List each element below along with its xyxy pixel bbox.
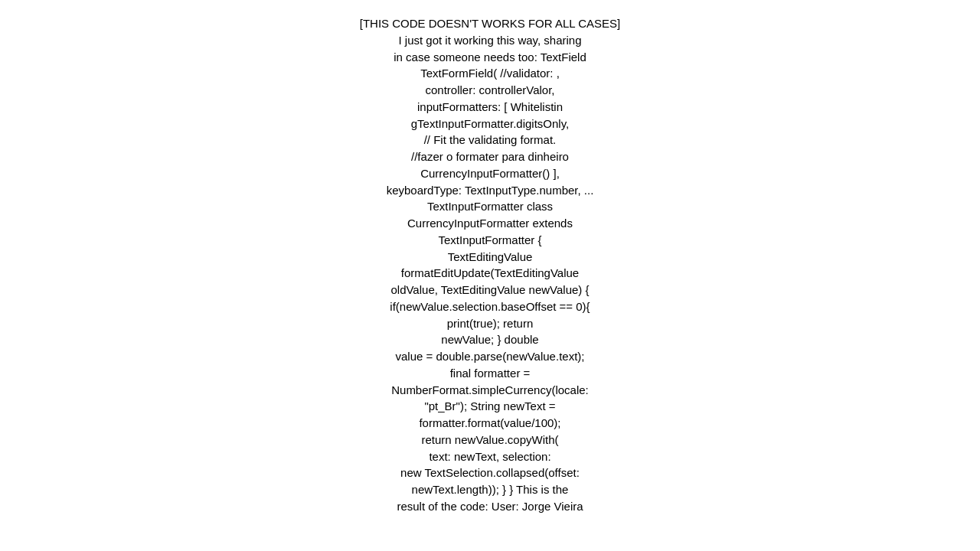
main-content: [THIS CODE DOESN'T WORKS FOR ALL CASES]I… <box>360 0 620 515</box>
content-line-5: inputFormatters: [ Whitelistin <box>360 99 620 116</box>
content-line-21: final formatter = <box>360 365 620 382</box>
content-line-29: result of the code: User: Jorge Vieira <box>360 498 620 515</box>
content-line-16: oldValue, TextEditingValue newValue) { <box>360 282 620 298</box>
content-line-12: CurrencyInputFormatter extends <box>360 215 620 232</box>
content-line-4: controller: controllerValor, <box>360 82 620 99</box>
content-line-2: in case someone needs too: TextField <box>360 49 620 66</box>
content-line-26: text: newText, selection: <box>360 448 620 465</box>
content-line-6: gTextInputFormatter.digitsOnly, <box>360 116 620 132</box>
content-line-0: [THIS CODE DOESN'T WORKS FOR ALL CASES] <box>360 15 620 32</box>
content-line-10: keyboardType: TextInputType.number, ... <box>360 182 620 199</box>
content-line-28: newText.length)); } } This is the <box>360 481 620 498</box>
content-line-8: //fazer o formater para dinheiro <box>360 148 620 165</box>
content-line-7: // Fit the validating format. <box>360 132 620 148</box>
content-line-14: TextEditingValue <box>360 249 620 266</box>
content-line-17: if(newValue.selection.baseOffset == 0){ <box>360 298 620 315</box>
content-line-1: I just got it working this way, sharing <box>360 32 620 49</box>
content-line-9: CurrencyInputFormatter() ], <box>360 165 620 182</box>
content-line-22: NumberFormat.simpleCurrency(locale: <box>360 382 620 399</box>
content-line-24: formatter.format(value/100); <box>360 415 620 432</box>
content-line-27: new TextSelection.collapsed(offset: <box>360 465 620 481</box>
content-line-13: TextInputFormatter { <box>360 232 620 249</box>
content-line-19: newValue; } double <box>360 331 620 348</box>
content-line-11: TextInputFormatter class <box>360 198 620 215</box>
content-line-15: formatEditUpdate(TextEditingValue <box>360 265 620 282</box>
content-line-3: TextFormField( //validator: , <box>360 65 620 82</box>
content-line-18: print(true); return <box>360 315 620 332</box>
content-line-23: "pt_Br"); String newText = <box>360 398 620 415</box>
content-line-25: return newValue.copyWith( <box>360 432 620 448</box>
content-line-20: value = double.parse(newValue.text); <box>360 348 620 365</box>
